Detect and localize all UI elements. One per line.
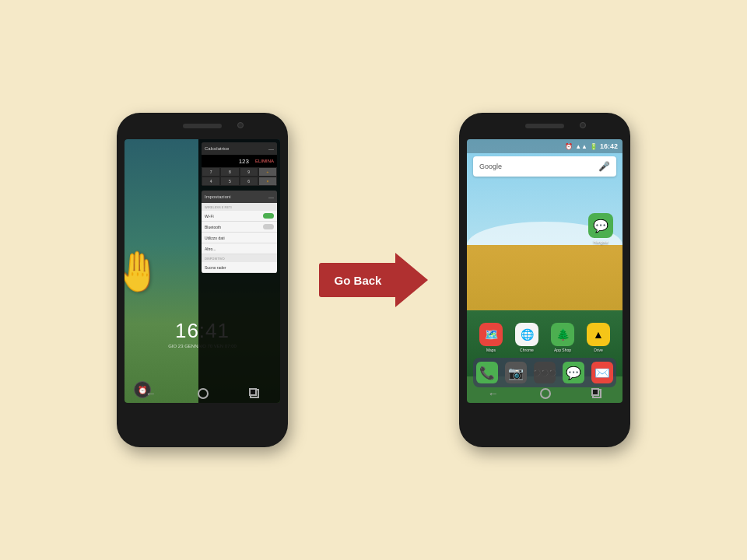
gmail-dock-icon[interactable]: ✉️ — [591, 362, 613, 383]
google-logo: Google — [479, 163, 598, 170]
calc-div[interactable]: ÷ — [258, 167, 277, 177]
mic-icon: 🎤 — [598, 161, 610, 172]
app-dock: 📞 📷 ⚫⚫⚫ 💬 ✉️ — [473, 358, 616, 387]
arrow-label: Go Back — [319, 274, 397, 287]
calc-app-name: Calcolatrice — [205, 146, 229, 151]
calc-delete-btn: ELIMINA — [255, 159, 274, 163]
calc-4[interactable]: 4 — [202, 177, 220, 186]
left-phone: ⏰ ▲▲ 🔋 16:41 16:41 GIO 23 GENNAIO 70 VEN… — [117, 113, 288, 447]
calc-5[interactable]: 5 — [220, 177, 239, 186]
scene: ⏰ ▲▲ 🔋 16:41 16:41 GIO 23 GENNAIO 70 VEN… — [0, 0, 747, 560]
phone-dock-icon[interactable]: 📞 — [476, 362, 498, 383]
appshop-icon: 🌲 — [551, 323, 574, 346]
left-phone-speaker — [183, 124, 222, 128]
calc-close-button[interactable]: — — [268, 146, 274, 152]
right-home-nav[interactable] — [540, 388, 551, 399]
chrome-icon-item[interactable]: 🌐 Chrome — [515, 323, 538, 352]
bluetooth-row: Bluetooth — [202, 222, 277, 233]
right-signal-icon: ▲▲ — [575, 143, 587, 150]
settings-app-name: Impostazioni — [205, 194, 231, 199]
right-phone-screen: ⏰ ▲▲ 🔋 16:42 Google 🎤 💬 Hangout — [467, 139, 622, 403]
drive-icon: ▲ — [587, 323, 610, 346]
launcher-dock-icon[interactable]: ⚫⚫⚫ — [534, 362, 556, 383]
calc-9[interactable]: 9 — [240, 167, 258, 177]
right-phone-camera — [580, 122, 586, 128]
swipe-hand-icon: 🤚 — [124, 249, 161, 294]
right-phone: ⏰ ▲▲ 🔋 16:42 Google 🎤 💬 Hangout — [459, 113, 630, 447]
device-section: DISPOSITIVO — [202, 254, 277, 262]
chrome-icon: 🌐 — [515, 323, 538, 346]
right-back-nav[interactable]: ← — [488, 387, 499, 400]
wifi-row: Wi-Fi — [202, 211, 277, 222]
appshop-icon-item[interactable]: 🌲 App Shop — [551, 323, 574, 352]
right-alarm-icon: ⏰ — [565, 143, 573, 150]
calc-7[interactable]: 7 — [202, 167, 220, 177]
hangout-label: Hangout — [594, 240, 608, 244]
drive-label: Drive — [594, 348, 603, 352]
right-recents-nav[interactable] — [592, 389, 601, 398]
left-phone-camera — [237, 122, 244, 128]
left-phone-screen: ⏰ ▲▲ 🔋 16:41 16:41 GIO 23 GENNAIO 70 VEN… — [124, 139, 280, 403]
go-back-arrow: Go Back — [319, 253, 428, 307]
device-row: Suono rader — [202, 262, 277, 273]
chrome-label: Chrome — [520, 348, 534, 352]
drive-icon-item[interactable]: ▲ Drive — [587, 323, 610, 352]
camera-dock-icon[interactable]: 📷 — [505, 362, 527, 383]
wireless-section: WIRELESS E RETI — [202, 203, 277, 211]
app-icons-row: 🗺️ Maps 🌐 Chrome 🌲 App Shop ▲ — [473, 323, 616, 352]
left-back-nav[interactable]: ← — [146, 387, 156, 400]
calc-mul[interactable]: × — [258, 177, 277, 186]
recents-panel: Calcolatrice — 123 ELIMINA 7 8 — [198, 139, 280, 403]
calc-8[interactable]: 8 — [220, 167, 239, 177]
hangout-icon[interactable]: 💬 Hangout — [588, 213, 613, 244]
right-status-bar: ⏰ ▲▲ 🔋 16:42 — [467, 139, 622, 153]
settings-close-button[interactable]: — — [268, 194, 274, 200]
google-search-bar[interactable]: Google 🎤 — [473, 156, 616, 177]
left-home-nav[interactable] — [198, 388, 209, 399]
wifi-toggle[interactable] — [263, 213, 274, 219]
appshop-label: App Shop — [554, 348, 571, 352]
left-recents-nav[interactable] — [250, 389, 259, 398]
arrow-container: Go Back — [319, 253, 428, 307]
right-phone-speaker — [525, 124, 564, 128]
arrow-head — [395, 253, 428, 307]
maps-label: Maps — [486, 348, 496, 352]
settings-card: Impostazioni — WIRELESS E RETI Wi-Fi — [202, 191, 277, 273]
maps-icon-item[interactable]: 🗺️ Maps — [479, 323, 503, 352]
whatsapp-dock-icon[interactable]: 💬 — [563, 362, 584, 383]
calc-6[interactable]: 6 — [240, 177, 258, 186]
right-battery-icon: 🔋 — [590, 143, 598, 150]
data-row: Utilizzo dati — [202, 233, 277, 243]
calculator-card: Calcolatrice — 123 ELIMINA 7 8 — [202, 142, 277, 186]
arrow-body: Go Back — [319, 263, 397, 297]
bt-toggle[interactable] — [263, 224, 274, 229]
calc-display: 123 ELIMINA — [202, 155, 277, 167]
maps-icon: 🗺️ — [479, 323, 503, 346]
other-row: Altro... — [202, 243, 277, 254]
hangout-circle: 💬 — [588, 213, 613, 238]
right-time: 16:42 — [600, 142, 618, 150]
field-layer — [467, 245, 622, 311]
